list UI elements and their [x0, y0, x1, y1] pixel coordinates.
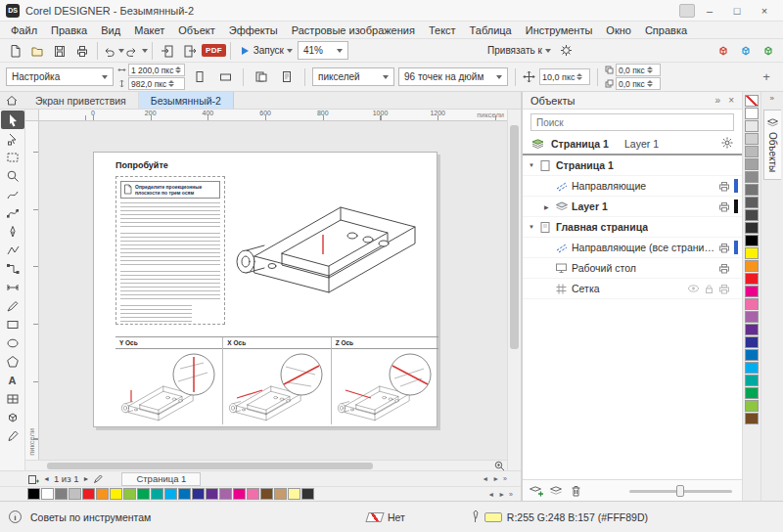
print-button[interactable]	[71, 41, 93, 61]
vertical-scrollbar[interactable]	[507, 110, 521, 470]
new-document-button[interactable]	[4, 41, 25, 61]
page-tabs-overflow-icon[interactable]: »	[503, 475, 507, 482]
layer-color-bar[interactable]	[734, 200, 738, 213]
tree-row-layer1[interactable]: ▶ Layer 1	[523, 197, 742, 217]
color-swatch[interactable]	[745, 362, 759, 374]
previous-page-button[interactable]: ◄	[43, 475, 50, 482]
new-master-layer-button[interactable]	[549, 484, 565, 498]
color-swatch[interactable]	[27, 488, 40, 500]
docker-options-icon[interactable]: »	[770, 94, 774, 106]
undo-button[interactable]	[102, 41, 124, 61]
palette-scroll-right[interactable]: ►	[498, 491, 505, 498]
tree-row-master-page[interactable]: ▼ Главная страница	[523, 217, 742, 238]
import-button[interactable]	[157, 41, 178, 61]
color-swatch[interactable]	[745, 286, 759, 297]
page-tabs-scroll-right[interactable]: ►	[492, 475, 499, 482]
fill-indicator[interactable]: Нет	[367, 511, 405, 523]
publish-pdf-button[interactable]: PDF	[202, 41, 226, 61]
color-swatch[interactable]	[137, 488, 150, 500]
menu-item[interactable]: Вид	[94, 24, 127, 36]
cube-3d-tool[interactable]	[1, 408, 24, 426]
printer-icon[interactable]	[718, 284, 730, 294]
portrait-button[interactable]	[189, 67, 210, 87]
docker-tab-objects[interactable]: Объекты	[763, 110, 781, 180]
expander-icon[interactable]: ▶	[544, 203, 555, 210]
color-swatch[interactable]	[745, 197, 759, 208]
minimize-button[interactable]: –	[697, 2, 722, 20]
pick-tool[interactable]	[1, 111, 24, 129]
freehand-curve-tool[interactable]	[1, 185, 24, 203]
lock-icon[interactable]	[704, 284, 714, 294]
menu-item[interactable]: Макет	[127, 24, 171, 36]
eyedropper-status-icon[interactable]	[472, 510, 480, 524]
color-swatch[interactable]	[41, 488, 54, 500]
bezier-tool[interactable]	[1, 203, 24, 222]
menu-item[interactable]: Объект	[171, 24, 221, 36]
h-ruler[interactable]: пиксели 020040060080010001200	[39, 110, 507, 121]
color-swatch[interactable]	[745, 324, 759, 335]
printer-icon[interactable]	[718, 243, 730, 253]
color-swatch[interactable]	[745, 387, 759, 399]
horizontal-scrollbar[interactable]	[39, 461, 491, 470]
tab-document[interactable]: Безымянный-2	[139, 92, 234, 109]
layer-color-bar[interactable]	[734, 241, 738, 254]
tab-welcome-screen[interactable]: Экран приветствия	[23, 92, 139, 109]
tree-row-grid[interactable]: Сетка	[523, 279, 742, 299]
color-swatch[interactable]	[745, 235, 759, 246]
redo-button[interactable]	[125, 41, 148, 61]
launch-dropdown[interactable]: Запуск	[235, 41, 297, 60]
color-swatch[interactable]	[745, 311, 759, 323]
delete-layer-button[interactable]	[570, 484, 582, 498]
current-page-button[interactable]	[276, 67, 298, 87]
ruler-origin-corner[interactable]	[25, 110, 39, 121]
docker-collapse-icon[interactable]: »	[715, 95, 721, 106]
color-swatch[interactable]	[178, 488, 191, 500]
color-swatch[interactable]	[260, 488, 273, 500]
page-tabs-scroll-left[interactable]: ◄	[482, 475, 488, 482]
color-swatch[interactable]	[110, 488, 122, 500]
marquee-select-tool[interactable]	[1, 148, 24, 166]
tree-row-desktop[interactable]: Рабочий стол	[523, 258, 742, 279]
menu-item[interactable]: Файл	[4, 24, 44, 36]
save-button[interactable]	[49, 41, 70, 61]
opacity-slider[interactable]	[629, 484, 732, 498]
printer-icon[interactable]	[718, 181, 730, 192]
palette-overflow-icon[interactable]: »	[509, 491, 513, 498]
color-swatch[interactable]	[745, 108, 759, 119]
dimension-tool[interactable]	[1, 278, 24, 296]
open-button[interactable]	[26, 41, 48, 61]
color-swatch[interactable]	[745, 349, 759, 361]
zoom-corner-button[interactable]	[491, 461, 507, 470]
palette-scroll-left[interactable]: ◄	[487, 491, 494, 498]
color-swatch[interactable]	[192, 488, 205, 500]
color-swatch[interactable]	[274, 488, 287, 500]
new-layer-button[interactable]	[529, 484, 544, 498]
printer-icon[interactable]	[718, 201, 730, 212]
color-swatch[interactable]	[745, 400, 759, 412]
color-swatch[interactable]	[745, 273, 759, 285]
cube-view-teal-icon[interactable]	[735, 41, 757, 61]
eye-icon[interactable]	[687, 284, 700, 293]
color-swatch[interactable]	[745, 133, 759, 145]
v-scroll-thumb[interactable]	[510, 125, 519, 349]
menu-item[interactable]: Таблица	[463, 24, 519, 36]
all-pages-button[interactable]	[251, 67, 272, 87]
color-swatch[interactable]	[745, 222, 759, 234]
color-swatch[interactable]	[745, 413, 759, 424]
no-color-swatch[interactable]	[745, 95, 759, 107]
color-swatch[interactable]	[55, 488, 68, 500]
edit-page-icon[interactable]	[93, 473, 104, 484]
color-swatch[interactable]	[219, 488, 232, 500]
docker-settings-gear-icon[interactable]	[720, 136, 734, 152]
rectangle-tool[interactable]	[1, 315, 24, 333]
page-tab[interactable]: Страница 1	[121, 472, 201, 486]
menu-item[interactable]: Текст	[422, 24, 463, 36]
preset-combo[interactable]: Настройка	[6, 67, 114, 86]
maximize-button[interactable]: □	[724, 2, 750, 20]
close-button[interactable]: ×	[752, 2, 777, 20]
text-tool[interactable]: A	[1, 371, 24, 389]
color-swatch[interactable]	[745, 209, 759, 221]
menu-item[interactable]: Инструменты	[519, 24, 600, 36]
layer-color-bar[interactable]	[734, 179, 738, 193]
page-width-field[interactable]: 1 200,0 пкс	[128, 64, 185, 76]
